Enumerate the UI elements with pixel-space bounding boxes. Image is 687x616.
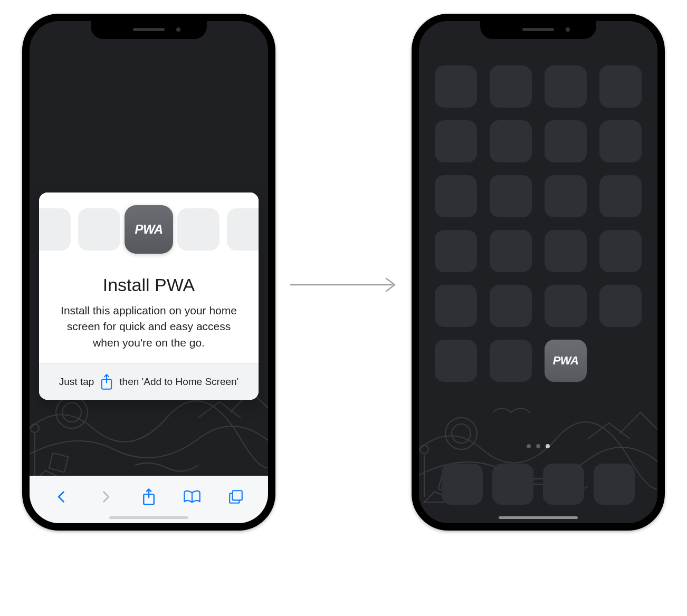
phone-notch (480, 20, 596, 39)
page-dot (527, 444, 531, 448)
share-button[interactable] (137, 485, 160, 508)
app-placeholder[interactable] (545, 65, 587, 108)
install-instructions: Just tap then 'Add to Home Screen' (39, 363, 259, 400)
phone-screen-left: PWA Install PWA Install this application… (30, 21, 268, 523)
svg-point-8 (452, 424, 471, 443)
home-indicator (109, 516, 188, 519)
app-placeholder[interactable] (435, 340, 477, 382)
app-placeholder[interactable] (490, 340, 532, 382)
svg-point-0 (62, 403, 81, 422)
svg-rect-6 (232, 490, 242, 500)
dock-app-placeholder[interactable] (543, 464, 584, 505)
dock-app-placeholder[interactable] (442, 464, 483, 505)
instruction-prefix: Just tap (59, 376, 94, 388)
instruction-suffix: then 'Add to Home Screen' (119, 376, 238, 388)
app-placeholder[interactable] (435, 175, 477, 217)
phone-before: PWA Install PWA Install this application… (22, 14, 275, 531)
app-placeholder[interactable] (599, 175, 642, 217)
app-placeholder[interactable] (545, 120, 587, 162)
tabs-button[interactable] (224, 485, 247, 508)
app-placeholder[interactable] (490, 65, 532, 108)
app-placeholder[interactable] (545, 285, 587, 327)
card-icon-row: PWA (39, 192, 259, 266)
app-placeholder (177, 208, 220, 251)
app-placeholder[interactable] (599, 285, 642, 327)
install-title: Install PWA (54, 275, 244, 295)
dock-app-placeholder[interactable] (594, 464, 635, 505)
phone-after: PWA (412, 14, 665, 531)
app-placeholder[interactable] (490, 285, 532, 327)
app-placeholder[interactable] (435, 230, 477, 272)
transition-arrow (289, 274, 400, 295)
app-placeholder[interactable] (490, 230, 532, 272)
app-placeholder[interactable] (545, 175, 587, 217)
install-prompt-card: PWA Install PWA Install this application… (39, 192, 259, 400)
app-placeholder[interactable] (599, 120, 642, 162)
app-placeholder[interactable] (545, 230, 587, 272)
app-placeholder (39, 208, 71, 251)
home-indicator (499, 516, 578, 519)
phone-screen-right: PWA (419, 21, 657, 523)
back-button[interactable] (50, 485, 73, 508)
svg-point-1 (56, 397, 88, 428)
app-placeholder[interactable] (435, 120, 477, 162)
phone-notch (91, 20, 207, 39)
pwa-icon-label: PWA (553, 354, 579, 368)
app-placeholder (78, 208, 120, 251)
app-placeholder (227, 208, 259, 251)
app-placeholder[interactable] (435, 65, 477, 108)
forward-button[interactable] (94, 485, 117, 508)
svg-point-2 (31, 424, 39, 432)
page-dot-active (546, 444, 550, 448)
page-dot (536, 444, 540, 448)
pwa-installed-app-icon[interactable]: PWA (545, 340, 587, 382)
pwa-icon-label: PWA (135, 222, 163, 237)
install-description: Install this application on your home sc… (54, 303, 244, 351)
bookmarks-button[interactable] (180, 485, 204, 508)
share-icon (99, 373, 114, 390)
app-placeholder[interactable] (490, 120, 532, 162)
app-placeholder[interactable] (435, 285, 477, 327)
dock-app-placeholder[interactable] (492, 464, 533, 505)
pwa-app-icon: PWA (125, 205, 173, 254)
app-placeholder[interactable] (490, 175, 532, 217)
app-placeholder[interactable] (599, 65, 642, 108)
dock (430, 458, 647, 511)
safari-toolbar (30, 476, 268, 523)
home-screen-grid: PWA (419, 65, 657, 382)
page-indicator[interactable] (419, 444, 657, 448)
svg-rect-3 (49, 453, 69, 473)
app-placeholder[interactable] (599, 230, 642, 272)
